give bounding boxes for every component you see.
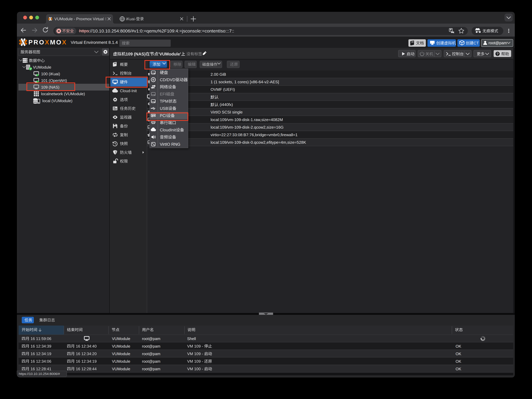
svg-text:OK: OK: [456, 359, 461, 364]
svg-text:O: O: [56, 39, 61, 46]
svg-text:Cloud-Init: Cloud-Init: [120, 89, 137, 93]
svg-text:https://10.10.10.254:8006/#: https://10.10.10.254:8006/#: [19, 372, 60, 376]
svg-text:root@pam: root@pam: [142, 336, 160, 341]
svg-text:1 (1 sockets, 1 cores) [x86-64: 1 (1 sockets, 1 cores) [x86-64-v2-AES]: [211, 80, 279, 84]
svg-text:默认 (i440fx): 默认 (i440fx): [210, 102, 233, 107]
svg-text:R: R: [33, 39, 38, 46]
svg-text:local:109/vm-109-disk-1.raw,si: local:109/vm-109-disk-1.raw,size=4082M: [211, 117, 283, 122]
svg-text:root@pam: root@pam: [142, 359, 160, 364]
svg-text:OK: OK: [456, 344, 461, 348]
svg-text:VUModule: VUModule: [112, 344, 130, 348]
svg-text:local (VUModule): local (VUModule): [42, 98, 72, 103]
svg-text:VUModule: VUModule: [112, 359, 130, 364]
svg-text:OK: OK: [456, 352, 461, 356]
svg-text:100 (iKuai): 100 (iKuai): [41, 72, 60, 76]
svg-text:Shell: Shell: [187, 336, 196, 341]
svg-text:local:109/vm-109-disk-2.qcow2,: local:109/vm-109-disk-2.qcow2,size=16G: [211, 125, 284, 129]
svg-text:OK: OK: [456, 367, 461, 371]
svg-text:O: O: [39, 39, 44, 46]
svg-text:101 (OpenWrt): 101 (OpenWrt): [41, 78, 67, 83]
svg-text:root@pam: root@pam: [142, 352, 160, 356]
svg-text:root@pam: root@pam: [488, 41, 507, 45]
svg-text:VUModule: VUModule: [112, 336, 130, 341]
svg-text:VUModule: VUModule: [33, 65, 51, 70]
svg-text:X: X: [45, 39, 49, 46]
svg-text:X: X: [62, 39, 66, 46]
svg-text:virtio=22:27:33:08:B7:76,bridg: virtio=22:27:33:08:B7:76,bridge=vmbr0,fi…: [211, 133, 298, 137]
svg-text:localnetwork (VUModule): localnetwork (VUModule): [41, 92, 85, 96]
svg-text:VirtIO RNG: VirtIO RNG: [160, 142, 180, 147]
svg-text:Virtual Environment 8.1.4: Virtual Environment 8.1.4: [71, 40, 118, 45]
svg-text:VirtIO SCSI single: VirtIO SCSI single: [211, 110, 243, 114]
svg-text:local:109/vm-109-disk-0.qcow2,: local:109/vm-109-disk-0.qcow2,efitype=4m…: [211, 140, 306, 145]
svg-text:109 (NAS): 109 (NAS): [41, 85, 59, 90]
svg-text:://10.10.10.254:8006/#v1:0:=qe: ://10.10.10.254:8006/#v1:0:=qemu%2F109:4…: [89, 28, 234, 33]
svg-text:P: P: [28, 39, 33, 46]
svg-text:OVMF (UEFI): OVMF (UEFI): [211, 87, 235, 92]
svg-text:VUModule: VUModule: [112, 352, 130, 356]
svg-text:默认: 默认: [210, 95, 219, 99]
svg-text:root@pam: root@pam: [142, 344, 160, 348]
svg-text:2.00 GiB: 2.00 GiB: [211, 72, 226, 77]
svg-text:?: ?: [496, 52, 499, 56]
svg-text:root@pam: root@pam: [142, 367, 160, 371]
svg-text:M: M: [50, 39, 55, 46]
svg-text:VUModule: VUModule: [112, 367, 130, 371]
